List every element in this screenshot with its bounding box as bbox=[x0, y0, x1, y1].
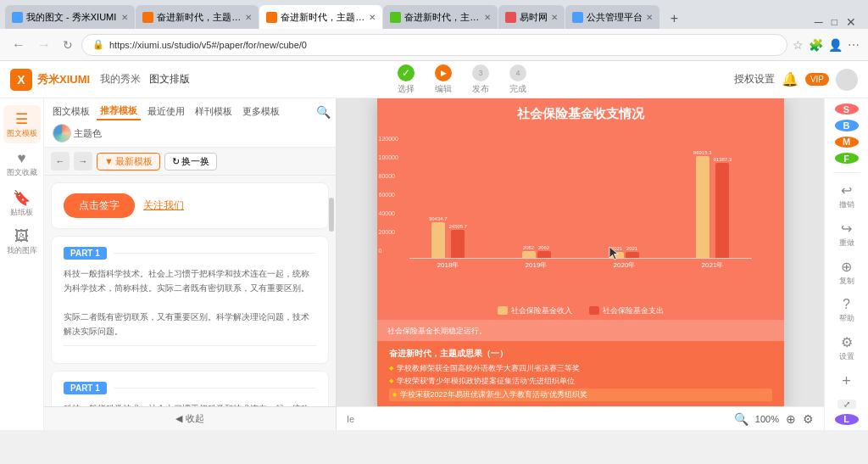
tab-6-close[interactable]: ✕ bbox=[646, 13, 653, 22]
logo[interactable]: X 秀米XIUMI bbox=[10, 69, 90, 91]
browser-tab-2[interactable]: 奋进新时代，主题成果展... ✕ bbox=[136, 5, 259, 29]
vip-badge[interactable]: VIP bbox=[805, 73, 829, 86]
chart-area: 120000 100000 80000 60000 40000 20000 0 bbox=[377, 129, 784, 302]
chart-legend: 社会保险基金收入 社会保险基金支出 bbox=[377, 302, 784, 320]
tab-more[interactable]: 更多模板 bbox=[239, 103, 283, 120]
overlay-title: 奋进新时代，主题成思果（一） bbox=[389, 348, 772, 360]
template-card-2[interactable]: PART 1 科技一般指科学技术。社会上习惯于把科学和技术连在一起，统称为科学技… bbox=[51, 236, 329, 364]
template-card-1[interactable]: 点击签字 关注我们 bbox=[51, 182, 329, 229]
settings-label: 设置 bbox=[839, 351, 854, 362]
panel-scrollbar[interactable] bbox=[329, 198, 334, 232]
extensions-icon[interactable]: 🧩 bbox=[809, 38, 823, 52]
copy-icon: ⊕ bbox=[841, 259, 852, 275]
step-publish: 3 发布 bbox=[472, 64, 489, 95]
sidebar-item-sticker[interactable]: 🔖 贴纸板 bbox=[3, 184, 41, 222]
browser-tab-6[interactable]: 公共管理平台 ✕ bbox=[565, 5, 659, 29]
help-label: 帮助 bbox=[839, 313, 854, 324]
theme-color-btn[interactable]: 主题色 bbox=[53, 124, 102, 143]
browser-tab-4[interactable]: 奋进新时代，主题成… ✕ bbox=[383, 5, 498, 29]
zoom-in-icon[interactable]: ⊕ bbox=[786, 412, 796, 426]
url-bar[interactable]: 🔒 https://xiumi.us/studio/v5#/paper/for/… bbox=[81, 34, 787, 56]
rs-circle-m[interactable]: M bbox=[835, 137, 859, 148]
bar-group-2020: 2021 2021 bbox=[586, 246, 664, 258]
rs-item-settings[interactable]: ⚙ 设置 bbox=[828, 330, 865, 366]
template-panel: 图文模板 推荐模板 最近使用 样刊模板 更多模板 🔍 主题色 ← → ▼ 最新模… bbox=[44, 98, 337, 430]
tab-4-title: 奋进新时代，主题成… bbox=[404, 11, 481, 24]
card-primary-btn[interactable]: 点击签字 bbox=[64, 193, 135, 218]
sidebar-item-template[interactable]: ☰ 图文模板 bbox=[3, 105, 41, 143]
zoom-out-icon[interactable]: 🔍 bbox=[734, 412, 748, 426]
add-icon: + bbox=[842, 372, 851, 390]
rs-item-copy[interactable]: ⊕ 复制 bbox=[828, 254, 865, 291]
tab-1-close[interactable]: ✕ bbox=[121, 13, 128, 22]
auth-settings[interactable]: 授权设置 bbox=[734, 72, 775, 87]
switch-btn[interactable]: ↻ 换一换 bbox=[164, 153, 217, 171]
undo-label: 撤销 bbox=[839, 199, 854, 210]
filter-icon: ▼ bbox=[104, 156, 114, 166]
close-button[interactable]: ✕ bbox=[846, 15, 856, 29]
canvas-inner: 社会保险基金收支情况 120000 100000 80000 60000 400… bbox=[337, 98, 824, 406]
card-2-text: 科技一般指科学技术。社会上习惯于把科学和技术连在一起，统称为科学技术，简称科技。… bbox=[64, 266, 316, 338]
new-tab-button[interactable]: + bbox=[664, 8, 684, 29]
sidebar-item-collection[interactable]: ♥ 图文收藏 bbox=[3, 145, 41, 182]
tab-5-close[interactable]: ✕ bbox=[551, 13, 558, 22]
tab-4-close[interactable]: ✕ bbox=[484, 13, 491, 22]
tab-recommend[interactable]: 推荐模板 bbox=[97, 103, 141, 120]
sticker-icon: 🔖 bbox=[13, 189, 31, 207]
card-link-btn[interactable]: 关注我们 bbox=[143, 198, 184, 213]
collection-label: 图文收藏 bbox=[7, 168, 37, 177]
settings-gear-icon[interactable]: ⚙ bbox=[803, 412, 814, 426]
url-text: https://xiumi.us/studio/v5#/paper/for/ne… bbox=[109, 40, 776, 50]
sidebar-item-mylib[interactable]: 🖼 我的图库 bbox=[3, 223, 41, 260]
tab-3-close[interactable]: ✕ bbox=[369, 13, 376, 22]
settings-icon: ⚙ bbox=[841, 334, 853, 350]
nav-arrow-forward[interactable]: → bbox=[74, 152, 92, 171]
reload-button[interactable]: ↻ bbox=[59, 36, 76, 53]
bottom-toolbar: Ie 🔍 100% ⊕ ⚙ bbox=[337, 406, 824, 430]
nav-my-xiumi[interactable]: 我的秀米 bbox=[100, 72, 141, 87]
slide-container[interactable]: 社会保险基金收支情况 120000 100000 80000 60000 400… bbox=[377, 98, 784, 406]
bookmark-icon[interactable]: ☆ bbox=[793, 38, 804, 52]
rs-item-help[interactable]: ? 帮助 bbox=[828, 293, 865, 328]
collapse-panel-btn[interactable]: ◀ 收起 bbox=[44, 406, 336, 430]
rs-item-redo[interactable]: ↪ 重做 bbox=[828, 216, 865, 253]
rs-circle-l[interactable]: L bbox=[835, 414, 859, 425]
rs-item-undo[interactable]: ↩ 撤销 bbox=[828, 178, 865, 215]
browser-tab-5[interactable]: 易时网 ✕ bbox=[498, 5, 565, 29]
latest-filter-btn[interactable]: ▼ 最新模板 bbox=[97, 153, 160, 171]
copy-label: 复制 bbox=[839, 276, 854, 287]
rs-item-add[interactable]: + bbox=[828, 368, 865, 394]
rs-circle-s[interactable]: S bbox=[835, 103, 859, 115]
back-button[interactable]: ← bbox=[8, 36, 29, 54]
template-label: 图文模板 bbox=[7, 129, 37, 138]
tab-sample[interactable]: 样刊模板 bbox=[192, 103, 236, 120]
maximize-button[interactable]: □ bbox=[832, 16, 837, 28]
minimize-button[interactable]: ─ bbox=[815, 15, 823, 29]
rs-expand-icon[interactable]: ⤢ bbox=[837, 400, 856, 409]
bell-icon[interactable]: 🔔 bbox=[782, 71, 798, 87]
nav-layout[interactable]: 图文排版 bbox=[149, 72, 190, 87]
tab-recent[interactable]: 最近使用 bbox=[144, 103, 188, 120]
step-select-label: 选择 bbox=[398, 83, 415, 95]
search-icon[interactable]: 🔍 bbox=[316, 105, 331, 119]
header-right: 授权设置 🔔 VIP bbox=[734, 69, 858, 91]
template-card-3[interactable]: PART 1 科技一般指科学技术。社会上习惯于把科学和技术连在一起，统称为科学技… bbox=[51, 371, 329, 406]
app-header: X 秀米XIUMI 我的秀米 图文排版 ✓ 选择 ▶ 编辑 bbox=[0, 61, 868, 98]
rs-circle-f[interactable]: F bbox=[835, 153, 859, 164]
logo-text: 秀米XIUMI bbox=[37, 72, 90, 87]
forward-button[interactable]: → bbox=[34, 36, 54, 54]
tab-2-close[interactable]: ✕ bbox=[245, 13, 252, 22]
rs-circle-b[interactable]: B bbox=[835, 120, 859, 131]
more-options-icon[interactable]: ⋯ bbox=[848, 38, 860, 52]
tab-3-title: 奋进新时代，主题成果展... bbox=[281, 11, 365, 24]
browser-tab-1[interactable]: 我的图文 - 秀米XIUMI ✕ bbox=[5, 5, 135, 29]
overlay-item-2: ◆ 学校荣获'青少年模拟政协提案征集活动'先进组织单位 bbox=[389, 376, 772, 387]
bar-group-2019: 2062 2062 bbox=[498, 245, 576, 258]
tab-template[interactable]: 图文模板 bbox=[49, 103, 93, 120]
tab-bar: 我的图文 - 秀米XIUMI ✕ 奋进新时代，主题成果展... ✕ 奋进新时代，… bbox=[0, 0, 868, 29]
user-avatar[interactable] bbox=[836, 69, 858, 91]
nav-arrow-back[interactable]: ← bbox=[51, 152, 70, 171]
browser-tab-3[interactable]: 奋进新时代，主题成果展... ✕ bbox=[259, 5, 382, 29]
profile-icon[interactable]: 👤 bbox=[828, 38, 843, 52]
app-nav: 我的秀米 图文排版 bbox=[100, 72, 190, 87]
